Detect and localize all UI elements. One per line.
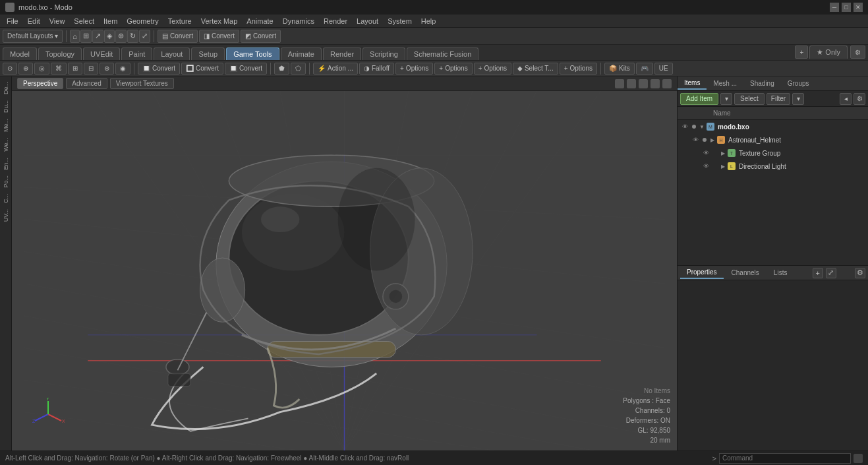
vp-icon-zoom[interactable] — [639, 79, 648, 88]
tree-item-directional-light[interactable]: 👁 ▶ L Directional Light — [678, 160, 868, 173]
sidebar-tab-uv[interactable]: UV... — [1, 206, 11, 224]
tab-model[interactable]: Model — [3, 47, 37, 60]
sub-icon-5[interactable]: ⊞ — [68, 63, 82, 75]
sub-icon-7[interactable]: ⊛ — [100, 63, 114, 75]
window-controls[interactable]: ─ □ ✕ — [830, 3, 863, 12]
select-button-items[interactable]: Select — [734, 93, 765, 105]
items-tab-mesh[interactable]: Mesh ... — [707, 78, 743, 89]
arrow-helmet[interactable]: ▶ — [709, 137, 716, 143]
menu-file[interactable]: File — [3, 16, 22, 26]
menu-help[interactable]: Help — [417, 16, 440, 26]
menu-render[interactable]: Render — [320, 16, 351, 26]
eye-icon-helmet[interactable]: 👁 — [691, 135, 700, 144]
move-button[interactable]: ⊕ — [115, 30, 127, 43]
home-button[interactable]: ⌂ — [70, 30, 80, 43]
menu-vertex-map[interactable]: Vertex Map — [197, 16, 242, 26]
sidebar-tab-en[interactable]: En... — [1, 155, 11, 173]
sub-icon-1[interactable]: ⊙ — [3, 63, 17, 75]
tab-schematic-fusion[interactable]: Schematic Fusion — [407, 47, 478, 60]
arrow-button[interactable]: ↗ — [92, 30, 103, 43]
unreal-button[interactable]: UE — [654, 63, 673, 75]
sub-shape-button[interactable]: ⬟ — [274, 63, 289, 75]
menu-view[interactable]: View — [45, 16, 69, 26]
sub-icon-6[interactable]: ⊟ — [84, 63, 98, 75]
select-t-button[interactable]: ◆ Select T... — [513, 63, 558, 75]
tab-setup[interactable]: Setup — [191, 47, 225, 60]
vp-icon-fit[interactable] — [651, 79, 660, 88]
vp-tab-textures[interactable]: Viewport Textures — [110, 78, 174, 89]
menu-geometry[interactable]: Geometry — [123, 16, 162, 26]
panel-settings-button[interactable]: ⚙ — [854, 93, 865, 105]
tab-scripting[interactable]: Scripting — [362, 47, 405, 60]
sub-convert3-button[interactable]: 🔲 Convert — [225, 63, 267, 75]
sidebar-tab-we[interactable]: We... — [1, 135, 11, 154]
rotate-button[interactable]: ↻ — [127, 30, 138, 43]
menu-edit[interactable]: Edit — [24, 16, 44, 26]
menu-texture[interactable]: Texture — [164, 16, 196, 26]
menu-layout[interactable]: Layout — [353, 16, 382, 26]
falloff-button[interactable]: ◑ Falloff — [359, 63, 394, 75]
tree-item-texture-group[interactable]: 👁 ▶ T Texture Group — [678, 146, 868, 160]
eye-icon-modo[interactable]: 👁 — [680, 122, 689, 131]
sub-convert1-button[interactable]: 🔲 Convert — [138, 63, 180, 75]
command-icon[interactable] — [854, 454, 863, 463]
scale-button[interactable]: ⤢ — [139, 30, 150, 43]
tab-layout[interactable]: Layout — [154, 47, 190, 60]
vp-tab-advanced[interactable]: Advanced — [66, 78, 107, 89]
sidebar-tab-c[interactable]: C... — [1, 191, 11, 206]
tab-game-tools[interactable]: Game Tools — [226, 47, 279, 60]
sidebar-tab-du[interactable]: Du... — [1, 98, 11, 115]
items-tab-groups[interactable]: Groups — [781, 78, 816, 89]
sub-convert2-button[interactable]: 🔳 Convert — [181, 63, 223, 75]
options3-button[interactable]: + Options — [474, 63, 511, 75]
sidebar-tab-de[interactable]: De... — [1, 79, 11, 97]
arrow-modo[interactable]: ▼ — [699, 123, 705, 130]
settings-button[interactable]: ⚙ — [850, 46, 865, 59]
options1-button[interactable]: + Options — [395, 63, 433, 75]
sub-icon-2[interactable]: ⊕ — [18, 63, 33, 75]
filter-button[interactable]: Filter — [767, 93, 790, 105]
star-only-button[interactable]: ★ Only — [809, 46, 848, 59]
props-tab-lists[interactable]: Lists — [767, 267, 794, 278]
sub-icon-3[interactable]: ◎ — [34, 63, 49, 75]
command-input[interactable] — [719, 453, 851, 464]
select-button[interactable]: ◈ — [104, 30, 115, 43]
eye-icon-texture[interactable]: 👁 — [701, 148, 710, 158]
tab-topology[interactable]: Topology — [38, 47, 82, 60]
vp-tab-perspective[interactable]: Perspective — [17, 78, 63, 89]
props-tab-channels[interactable]: Channels — [725, 267, 766, 278]
arrow-light[interactable]: ▶ — [720, 163, 726, 170]
action-button[interactable]: ⚡ Action ... — [313, 63, 358, 75]
minimize-button[interactable]: ─ — [830, 3, 839, 12]
props-gear-button[interactable]: ⚙ — [855, 268, 865, 278]
convert1-button[interactable]: ▤ Model Convert — [158, 30, 198, 43]
tab-animate[interactable]: Animate — [281, 47, 322, 60]
grid-button[interactable]: ⊞ — [80, 30, 92, 43]
tree-item-astronaut-helmet[interactable]: 👁 ▶ H Astronaut_Helmet — [678, 133, 868, 146]
sidebar-tab-po[interactable]: Po... — [1, 173, 11, 191]
menu-dynamics[interactable]: Dynamics — [279, 16, 318, 26]
panel-collapse-button[interactable]: ◂ — [840, 93, 852, 105]
add-item-button[interactable]: Add Item — [680, 93, 718, 105]
filter-dropdown[interactable]: ▾ — [792, 93, 804, 105]
options2-button[interactable]: + Options — [434, 63, 472, 75]
menu-item[interactable]: Item — [100, 16, 121, 26]
close-button[interactable]: ✕ — [854, 3, 863, 12]
sidebar-tab-me[interactable]: Me... — [1, 116, 11, 135]
vp-icon-pan[interactable] — [627, 79, 636, 88]
render-icon-button[interactable]: 🎮 — [636, 63, 653, 75]
viewport-canvas[interactable]: No Items Polygons : Face Channels: 0 Def… — [12, 91, 677, 450]
tab-render[interactable]: Render — [323, 47, 361, 60]
menu-system[interactable]: System — [384, 16, 416, 26]
convert2-button[interactable]: ◨ Convert — [199, 30, 239, 43]
vp-icon-settings[interactable] — [662, 79, 672, 88]
sub-icon-8[interactable]: ◉ — [115, 63, 130, 75]
items-tab-items[interactable]: Items — [678, 77, 707, 90]
layout-dropdown[interactable]: Default Layouts ▾ — [3, 30, 63, 43]
items-tab-shading[interactable]: Shading — [743, 78, 781, 89]
convert3-button[interactable]: ◩ Convert — [241, 30, 281, 43]
tree-item-modo-bxo[interactable]: 👁 ▼ M modo.bxo — [678, 120, 868, 133]
options4-button[interactable]: + Options — [560, 63, 597, 75]
arrow-texture[interactable]: ▶ — [720, 150, 726, 156]
props-add-button[interactable]: + — [813, 268, 823, 278]
